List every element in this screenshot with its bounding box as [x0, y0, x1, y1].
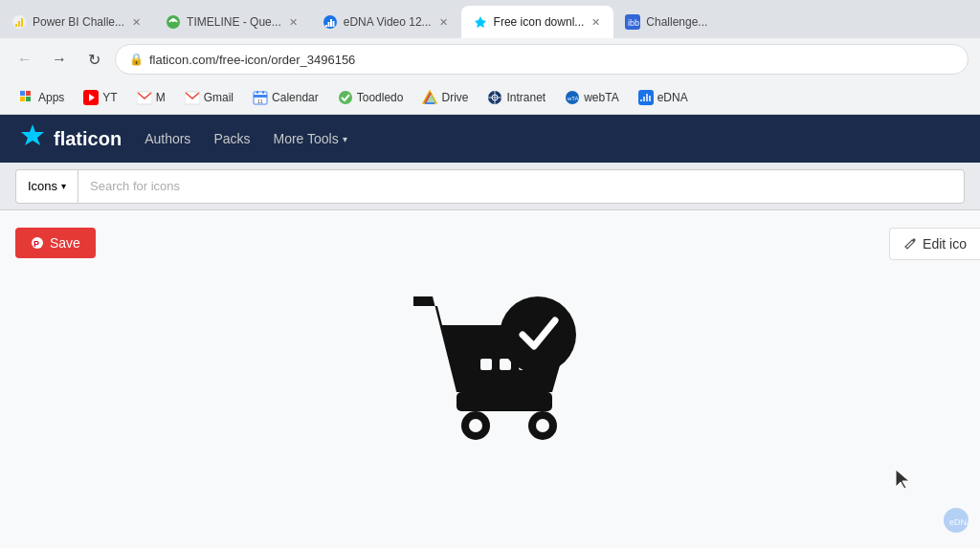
- gmail1-icon: [137, 90, 152, 105]
- bookmark-intranet[interactable]: Intranet: [479, 86, 553, 109]
- tab-close-timeline[interactable]: ✕: [287, 14, 300, 31]
- svg-rect-17: [26, 97, 31, 101]
- bookmark-webta-label: webTA: [584, 91, 618, 104]
- search-placeholder: Search for icons: [90, 179, 180, 193]
- bookmark-drive[interactable]: Drive: [414, 86, 476, 109]
- gmail2-icon: [185, 90, 200, 105]
- pinterest-icon: P: [31, 236, 44, 250]
- bookmark-edna[interactable]: eDNA: [631, 86, 696, 109]
- nav-packs[interactable]: Packs: [213, 131, 250, 146]
- svg-marker-41: [21, 124, 44, 145]
- watermark: eDNA: [942, 506, 970, 538]
- svg-rect-25: [262, 91, 264, 94]
- svg-text:ibb: ibb: [628, 18, 639, 28]
- dropdown-arrow-icon: ▾: [61, 181, 66, 191]
- svg-rect-3: [21, 18, 23, 27]
- svg-rect-1: [15, 24, 17, 27]
- svg-text:P: P: [33, 239, 39, 249]
- tab-icon-ibb: ibb: [625, 14, 640, 30]
- cart-checkmark-icon: [385, 268, 595, 478]
- svg-rect-44: [457, 392, 552, 411]
- tab-ibb[interactable]: ibb Challenge...: [613, 6, 719, 38]
- svg-point-5: [171, 18, 175, 22]
- bookmark-gmail2-label: Gmail: [204, 91, 234, 104]
- logo-symbol: [19, 122, 46, 155]
- svg-rect-14: [20, 91, 25, 96]
- refresh-button[interactable]: ↻: [80, 46, 107, 73]
- tab-title-flaticon: Free icon downl...: [494, 15, 585, 29]
- flaticon-logo[interactable]: flaticon: [19, 122, 122, 155]
- nav-more-tools[interactable]: More Tools ▾: [274, 131, 347, 146]
- bookmark-calendar-label: Calendar: [272, 91, 319, 104]
- tab-timeline[interactable]: TIMELINE - Que... ✕: [154, 6, 311, 38]
- icons-dropdown[interactable]: Icons ▾: [15, 169, 78, 204]
- icons-dropdown-label: Icons: [28, 179, 57, 193]
- tab-flaticon[interactable]: Free icon downl... ✕: [461, 6, 614, 38]
- browser-chrome: Power BI Challe... ✕ TIMELINE - Que... ✕…: [0, 0, 980, 115]
- back-button[interactable]: ←: [11, 46, 38, 73]
- svg-rect-7: [325, 25, 327, 27]
- bookmark-toodledo-label: Toodledo: [357, 91, 404, 104]
- address-bar-row: ← → ↻ 🔒 flaticon.com/free-icon/order_349…: [0, 38, 980, 80]
- edit-icon-button-label: Edit ico: [923, 236, 967, 252]
- svg-text:11: 11: [257, 99, 263, 104]
- tab-title-ibb: Challenge...: [646, 15, 707, 29]
- svg-rect-16: [20, 97, 25, 101]
- drive-icon: [422, 90, 437, 105]
- logo-text: flaticon: [54, 128, 122, 150]
- tab-title-timeline: TIMELINE - Que...: [187, 15, 281, 29]
- tab-close-edna[interactable]: ✕: [437, 14, 450, 31]
- tab-title-edna: eDNA Video 12...: [344, 15, 432, 29]
- svg-text:eDNA: eDNA: [949, 517, 970, 527]
- cursor: [894, 468, 913, 491]
- tab-title-pb: Power BI Challe...: [33, 15, 124, 29]
- svg-point-47: [469, 419, 482, 432]
- toodledo-icon: [338, 90, 353, 105]
- apps-icon: [19, 90, 34, 105]
- flaticon-navbar: flaticon Authors Packs More Tools ▾: [0, 115, 980, 163]
- bookmark-webta[interactable]: wTA webTA: [557, 86, 626, 109]
- svg-rect-50: [500, 359, 511, 370]
- svg-rect-24: [256, 91, 258, 94]
- nav-more-tools-label: More Tools: [274, 131, 339, 146]
- svg-point-27: [339, 91, 352, 104]
- tab-icon-timeline: [166, 14, 181, 30]
- svg-rect-10: [332, 21, 334, 27]
- tab-edna[interactable]: eDNA Video 12... ✕: [311, 6, 461, 38]
- yt-icon: [83, 90, 99, 105]
- edit-pencil-icon: [903, 237, 917, 251]
- tab-icon-edna: [323, 14, 338, 30]
- svg-point-53: [504, 301, 571, 368]
- lock-icon: 🔒: [129, 53, 144, 66]
- save-button[interactable]: P Save: [15, 228, 96, 258]
- main-content: P Save Edit ico: [0, 210, 980, 548]
- edna-bm-icon: [638, 90, 654, 105]
- edit-icon-button[interactable]: Edit ico: [889, 228, 980, 260]
- bookmark-toodledo[interactable]: Toodledo: [330, 86, 412, 109]
- calendar-icon: 11: [253, 90, 268, 105]
- bookmark-yt[interactable]: YT: [76, 86, 124, 109]
- tab-power-bi[interactable]: Power BI Challe... ✕: [0, 6, 154, 38]
- intranet-icon: [487, 90, 502, 105]
- bookmark-gmail2[interactable]: Gmail: [177, 86, 241, 109]
- bookmark-calendar[interactable]: 11 Calendar: [245, 86, 326, 109]
- save-button-label: Save: [50, 235, 80, 251]
- svg-rect-36: [638, 90, 654, 105]
- search-input-container[interactable]: Search for icons: [78, 169, 965, 204]
- address-bar[interactable]: 🔒 flaticon.com/free-icon/order_3496156: [115, 44, 969, 75]
- nav-authors[interactable]: Authors: [145, 131, 190, 146]
- svg-point-48: [536, 419, 549, 432]
- bookmark-gmail1-label: M: [156, 91, 166, 104]
- tab-close-pb[interactable]: ✕: [130, 14, 143, 31]
- tab-bar: Power BI Challe... ✕ TIMELINE - Que... ✕…: [0, 0, 980, 38]
- webta-icon: wTA: [565, 90, 580, 105]
- bookmark-apps[interactable]: Apps: [11, 86, 72, 109]
- bookmark-gmail1[interactable]: M: [129, 86, 173, 109]
- svg-rect-15: [26, 91, 31, 96]
- chevron-down-icon: ▾: [343, 134, 347, 144]
- forward-button[interactable]: →: [46, 46, 73, 73]
- bookmark-intranet-label: Intranet: [506, 91, 546, 104]
- tab-close-flaticon[interactable]: ✕: [590, 14, 602, 31]
- bookmark-edna-label: eDNA: [657, 91, 688, 104]
- svg-rect-8: [327, 22, 329, 27]
